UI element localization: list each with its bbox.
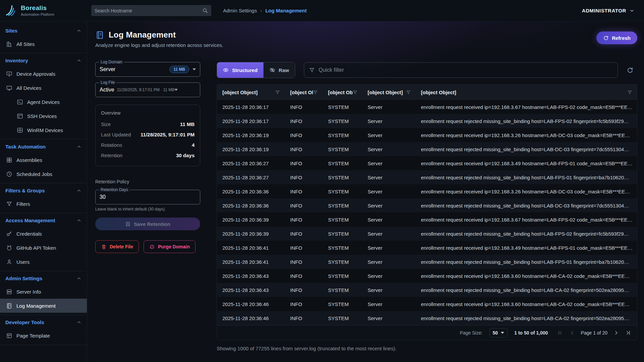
page-size-select[interactable]: 50 [489, 328, 508, 338]
sidebar-section-header[interactable]: Developer Tools [0, 316, 87, 328]
column-filter-icon[interactable] [275, 90, 280, 95]
log-row[interactable]: 2025-11-28 20:36:39 INFO SYSTEM Server e… [217, 213, 637, 227]
table-refresh-button[interactable] [623, 63, 637, 77]
log-controls-panel: Log Domain Server 11 MB Log File Active … [95, 62, 200, 253]
log-row[interactable]: 2025-11-28 20:36:43 INFO SYSTEM Server e… [217, 269, 637, 283]
log-row[interactable]: 2025-11-28 20:36:19 INFO SYSTEM Server e… [217, 142, 637, 156]
log-row[interactable]: 2025-11-28 20:36:41 INFO SYSTEM Server e… [217, 241, 637, 255]
overview-row-label: Rotations [101, 140, 122, 150]
refresh-button[interactable]: Refresh [596, 32, 637, 44]
log-row[interactable]: 2025-11-28 20:36:19 INFO SYSTEM Server e… [217, 128, 637, 142]
first-page-button[interactable] [557, 329, 564, 336]
log-file-select[interactable]: Log File Active 11/28/2025, 9:17:01 PM ·… [95, 82, 200, 97]
prev-page-button[interactable] [569, 329, 576, 336]
column-filter-icon[interactable] [627, 90, 632, 95]
cell-timestamp: 2025-11-28 20:36:39 [217, 217, 285, 223]
sidebar-item[interactable]: Credentials [0, 227, 87, 241]
sidebar-section-label: Sites [5, 28, 17, 34]
log-row[interactable]: 2025-11-28 20:36:39 INFO SYSTEM Server e… [217, 227, 637, 241]
log-row[interactable]: 2025-11-28 20:36:36 INFO SYSTEM Server e… [217, 184, 637, 198]
sidebar-item[interactable]: Log Management [0, 299, 87, 313]
sidebar-item[interactable]: All Devices [0, 81, 87, 95]
user-menu[interactable]: ADMINISTRATOR [582, 8, 635, 13]
purge-domain-button[interactable]: Purge Domain [144, 240, 196, 253]
sidebar-item-label: WinRM Devices [27, 127, 63, 133]
cell-service: Server [362, 175, 416, 180]
quick-filter [304, 62, 618, 78]
pagination-range: 1 to 50 of 1,000 [514, 330, 548, 336]
sidebar-item[interactable]: Scheduled Jobs [0, 167, 87, 181]
log-row[interactable]: 2025-11-28 20:36:17 INFO SYSTEM Server e… [217, 114, 637, 128]
sidebar-item[interactable]: Filters [0, 197, 87, 211]
log-row[interactable]: 2025-11-28 20:36:17 INFO SYSTEM Server e… [217, 100, 637, 114]
cell-level: INFO [285, 161, 323, 166]
cell-scope: SYSTEM [323, 146, 362, 152]
column-filter-icon[interactable] [313, 90, 318, 95]
sidebar-section-header[interactable]: Access Management [0, 214, 87, 227]
brand[interactable]: Borealis Automation Platform [0, 4, 87, 17]
brand-subtitle: Automation Platform [21, 12, 54, 16]
sidebar-section-label: Inventory [5, 58, 28, 63]
sidebar-section-header[interactable]: Filters & Groups [0, 184, 87, 197]
cell-service: Server [362, 217, 416, 223]
raw-mode-button[interactable]: Raw [263, 62, 295, 78]
log-row[interactable]: 2025-11-28 20:36:43 INFO SYSTEM Server e… [217, 283, 637, 297]
breadcrumb: Admin Settings › Log Management [223, 8, 307, 13]
log-row[interactable]: 2025-11-28 20:36:41 INFO SYSTEM Server e… [217, 255, 637, 269]
next-page-button[interactable] [613, 329, 620, 336]
cell-timestamp: 2025-11-28 20:36:36 [217, 203, 285, 208]
sidebar-item[interactable]: GitHub API Token [0, 241, 87, 255]
save-retention-button[interactable]: Save Retention [95, 218, 200, 230]
log-row[interactable]: 2025-11-28 20:36:27 INFO SYSTEM Server e… [217, 156, 637, 170]
cell-scope: SYSTEM [323, 231, 362, 237]
sidebar-item-label: SSH Devices [27, 113, 57, 119]
search-icon [202, 8, 208, 13]
sidebar-section: Admin Settings Server Info Log Managemen… [0, 271, 87, 315]
retention-policy-heading: Retention Policy [95, 179, 200, 184]
sidebar-item-label: Agent Devices [27, 99, 60, 105]
log-row[interactable]: 2025-11-28 20:36:27 INFO SYSTEM Server e… [217, 170, 637, 184]
structured-mode-button[interactable]: Structured [217, 62, 263, 78]
sidebar-section-header[interactable]: Task Automation [0, 140, 87, 153]
chevron-up-icon [76, 28, 82, 33]
cell-service: Server [362, 273, 416, 279]
log-row[interactable]: 2025-11-28 20:36:46 INFO SYSTEM Server e… [217, 311, 637, 325]
sidebar-item[interactable]: Device Approvals [0, 67, 87, 81]
quick-filter-input[interactable] [319, 67, 613, 73]
retention-days-input[interactable] [100, 194, 196, 200]
eye-icon [223, 67, 229, 73]
delete-file-button[interactable]: Delete File [95, 240, 139, 253]
sidebar-item[interactable]: WinRM Devices [0, 123, 87, 137]
cell-message: enrollment request rejected missing_site… [416, 118, 637, 124]
sidebar-item[interactable]: Assemblies [0, 153, 87, 167]
cell-scope: SYSTEM [323, 203, 362, 208]
sidebar-section-header[interactable]: Sites [0, 24, 87, 37]
sidebar-section-header[interactable]: Admin Settings [0, 272, 87, 285]
cell-service: Server [362, 118, 416, 124]
cell-level: INFO [285, 132, 323, 138]
chevron-up-icon [76, 188, 82, 193]
sidebar-item[interactable]: Agent Devices [0, 95, 87, 109]
sidebar-item[interactable]: Server Info [0, 285, 87, 299]
sidebar-item[interactable]: Page Template [0, 328, 87, 343]
sidebar-item[interactable]: Users [0, 255, 87, 269]
last-page-button[interactable] [625, 329, 632, 336]
log-row[interactable]: 2025-11-28 20:36:46 INFO SYSTEM Server e… [217, 297, 637, 311]
sidebar-item[interactable]: All Sites [0, 37, 87, 51]
overview-row-label: Size [101, 119, 111, 129]
funnel-icon [6, 201, 12, 207]
cell-message: enrollment request received ip=192.168.3… [416, 132, 637, 138]
column-filter-icon[interactable] [353, 90, 358, 95]
cell-service: Server [362, 287, 416, 293]
sidebar-item[interactable]: SSH Devices [0, 109, 87, 123]
table-pagination: Page Size: 50 1 to 50 of 1,000 [217, 325, 637, 340]
cell-scope: SYSTEM [323, 104, 362, 110]
page-subtitle: Analyze engine logs and adjust retention… [95, 42, 223, 48]
hostname-search-input[interactable] [95, 8, 202, 13]
sidebar-section-header[interactable]: Inventory [0, 54, 87, 67]
log-row[interactable]: 2025-11-28 20:36:36 INFO SYSTEM Server e… [217, 198, 637, 213]
breadcrumb-parent[interactable]: Admin Settings [223, 8, 257, 13]
cell-message: enrollment request rejected missing_site… [416, 175, 637, 180]
column-filter-icon[interactable] [406, 90, 411, 95]
log-domain-select[interactable]: Log Domain Server 11 MB [95, 62, 200, 77]
